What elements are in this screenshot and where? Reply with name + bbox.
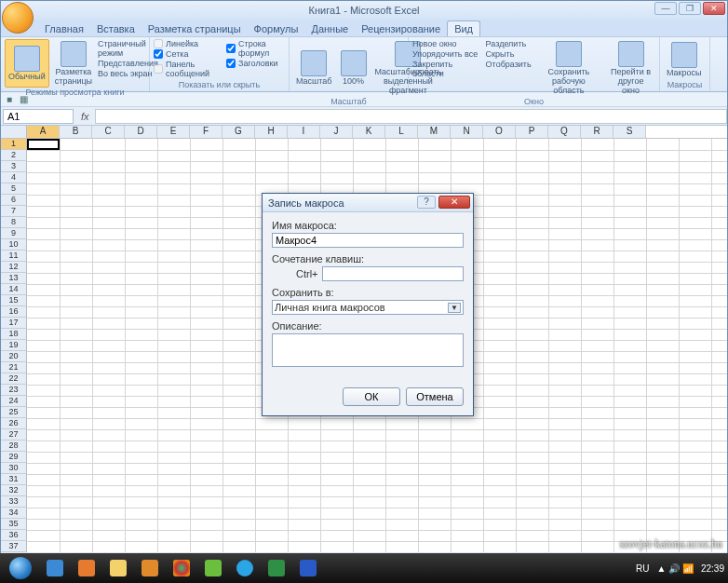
tab-home[interactable]: Главная <box>38 21 90 36</box>
col-header[interactable]: S <box>613 126 646 138</box>
savein-select[interactable]: Личная книга макросов ▼ <box>272 300 464 315</box>
col-header[interactable]: G <box>222 126 255 138</box>
active-cell[interactable] <box>27 139 60 150</box>
tab-review[interactable]: Рецензирование <box>355 21 447 36</box>
ruler-check[interactable]: Линейка <box>154 39 223 48</box>
row-header[interactable]: 27 <box>1 429 27 441</box>
headings-check[interactable]: Заголовки <box>226 59 285 68</box>
zoom-button[interactable]: Масштаб <box>293 39 335 97</box>
zoom-100-button[interactable]: 100% <box>338 39 370 97</box>
row-header[interactable]: 1 <box>1 139 27 150</box>
row-header[interactable]: 3 <box>1 161 27 172</box>
msgbar-check[interactable]: Панель сообщений <box>154 60 223 78</box>
macro-name-input[interactable] <box>272 233 464 248</box>
switch-window-button[interactable]: Перейти в другое окно <box>606 39 655 97</box>
row-header[interactable]: 15 <box>1 295 27 306</box>
cancel-button[interactable]: Отмена <box>406 387 464 406</box>
row-header[interactable]: 9 <box>1 228 27 239</box>
row-header[interactable]: 36 <box>1 530 27 541</box>
col-header[interactable]: B <box>60 126 92 138</box>
formula-input[interactable] <box>95 109 727 124</box>
taskbar-firefox[interactable] <box>73 556 101 580</box>
row-header[interactable]: 28 <box>1 441 27 452</box>
col-header[interactable]: I <box>288 126 320 138</box>
col-header[interactable]: J <box>320 126 353 138</box>
formulabar-check[interactable]: Строка формул <box>226 39 285 58</box>
taskbar-app[interactable] <box>199 556 227 580</box>
col-header[interactable]: Q <box>548 126 581 138</box>
start-button[interactable] <box>4 555 37 581</box>
row-header[interactable]: 25 <box>1 407 27 418</box>
new-window-button[interactable]: Новое окно <box>412 39 483 48</box>
name-box[interactable] <box>3 109 74 124</box>
taskbar-skype[interactable] <box>231 556 259 580</box>
select-all-corner[interactable] <box>1 126 27 138</box>
maximize-button[interactable]: ❐ <box>679 2 701 15</box>
col-header[interactable]: O <box>483 126 516 138</box>
tab-insert[interactable]: Вставка <box>90 21 142 36</box>
lang-indicator[interactable]: RU <box>636 563 649 574</box>
taskbar-chrome[interactable] <box>168 556 195 580</box>
tab-pagelayout[interactable]: Разметка страницы <box>142 21 248 36</box>
col-header[interactable]: F <box>190 126 222 138</box>
col-header[interactable]: D <box>125 126 157 138</box>
unhide-button[interactable]: Отобразить <box>486 60 532 69</box>
tab-formulas[interactable]: Формулы <box>248 21 305 36</box>
col-header[interactable]: C <box>92 126 125 138</box>
tray-icons[interactable]: ▲ 🔊 📶 <box>657 563 694 574</box>
row-header[interactable]: 4 <box>1 172 27 183</box>
row-header[interactable]: 32 <box>1 485 27 496</box>
col-header[interactable]: H <box>255 126 288 138</box>
dialog-close-button[interactable]: ✕ <box>438 196 470 209</box>
office-button[interactable] <box>2 2 34 34</box>
split-button[interactable]: Разделить <box>486 39 532 48</box>
row-header[interactable]: 19 <box>1 340 27 351</box>
description-input[interactable] <box>272 333 464 367</box>
row-header[interactable]: 37 <box>1 541 27 552</box>
row-header[interactable]: 18 <box>1 329 27 340</box>
tab-view[interactable]: Вид <box>447 20 480 36</box>
minimize-button[interactable]: — <box>654 2 677 15</box>
row-header[interactable]: 26 <box>1 418 27 429</box>
col-header[interactable]: P <box>516 126 548 138</box>
hide-button[interactable]: Скрыть <box>486 49 532 59</box>
close-button[interactable]: ✕ <box>703 2 725 15</box>
ok-button[interactable]: ОК <box>343 387 400 406</box>
row-header[interactable]: 29 <box>1 452 27 463</box>
row-header[interactable]: 35 <box>1 519 27 530</box>
fx-label[interactable]: fx <box>75 111 95 122</box>
row-header[interactable]: 33 <box>1 496 27 508</box>
row-header[interactable]: 30 <box>1 463 27 474</box>
row-header[interactable]: 34 <box>1 508 27 519</box>
taskbar-explorer[interactable] <box>104 556 132 580</box>
row-header[interactable]: 13 <box>1 273 27 284</box>
col-header[interactable]: A <box>27 126 60 138</box>
row-header[interactable]: 14 <box>1 284 27 295</box>
grid-check[interactable]: Сетка <box>154 49 223 59</box>
col-header[interactable]: K <box>353 126 385 138</box>
col-header[interactable]: M <box>418 126 451 138</box>
row-header[interactable]: 2 <box>1 150 27 161</box>
taskbar-wmp[interactable] <box>136 556 164 580</box>
taskbar-excel[interactable] <box>263 556 290 580</box>
row-header[interactable]: 23 <box>1 385 27 396</box>
row-header[interactable]: 11 <box>1 251 27 262</box>
row-header[interactable]: 17 <box>1 318 27 329</box>
col-header[interactable]: N <box>451 126 483 138</box>
taskbar-ie[interactable] <box>41 556 69 580</box>
row-header[interactable]: 8 <box>1 217 27 228</box>
col-header[interactable]: L <box>385 126 418 138</box>
tab-data[interactable]: Данные <box>304 21 355 36</box>
row-header[interactable]: 7 <box>1 206 27 217</box>
arrange-button[interactable]: Упорядочить все <box>412 49 483 59</box>
row-header[interactable]: 24 <box>1 396 27 407</box>
freeze-button[interactable]: Закрепить области <box>412 60 483 78</box>
macros-button[interactable]: Макросы <box>664 39 705 80</box>
dialog-help-button[interactable]: ? <box>417 196 436 209</box>
dialog-titlebar[interactable]: Запись макроса ? ✕ <box>263 194 473 212</box>
row-header[interactable]: 21 <box>1 362 27 373</box>
row-header[interactable]: 6 <box>1 195 27 206</box>
row-header[interactable]: 20 <box>1 351 27 362</box>
row-header[interactable]: 12 <box>1 262 27 273</box>
row-header[interactable]: 16 <box>1 306 27 318</box>
